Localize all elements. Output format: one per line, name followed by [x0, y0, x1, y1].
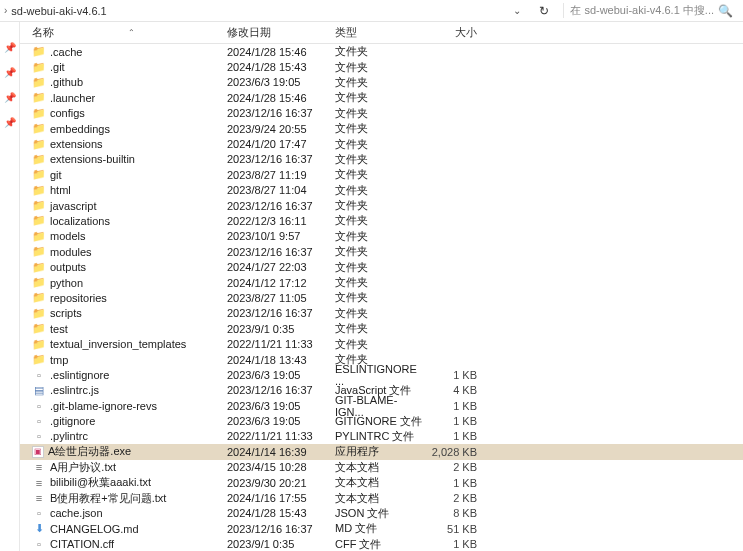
- pin-icon[interactable]: 📌: [4, 92, 16, 103]
- file-name: B使用教程+常见问题.txt: [50, 491, 166, 506]
- file-date: 2023/10/1 9:57: [227, 230, 335, 242]
- file-row[interactable]: 📁extensions-builtin2023/12/16 16:37文件夹: [20, 152, 743, 167]
- header-name[interactable]: 名称 ⌃: [32, 25, 227, 40]
- file-type: 文件夹: [335, 244, 423, 259]
- file-size: 1 KB: [423, 477, 483, 489]
- file-list: 名称 ⌃ 修改日期 类型 大小 📁.cache2024/1/28 15:46文件…: [20, 22, 743, 551]
- file-row[interactable]: 📁test2023/9/1 0:35文件夹: [20, 321, 743, 336]
- file-row[interactable]: ≡A用户协议.txt2023/4/15 10:28文本文档2 KB: [20, 460, 743, 475]
- file-type: 文件夹: [335, 337, 423, 352]
- file-type: 文件夹: [335, 44, 423, 59]
- file-type: 文件夹: [335, 198, 423, 213]
- header-type[interactable]: 类型: [335, 25, 423, 40]
- pin-icon[interactable]: 📌: [4, 117, 16, 128]
- folder-icon: 📁: [32, 277, 46, 289]
- file-row[interactable]: 📁.github2023/6/3 19:05文件夹: [20, 75, 743, 90]
- file-date: 2022/11/21 11:33: [227, 430, 335, 442]
- file-row[interactable]: ▫CITATION.cff2023/9/1 0:35CFF 文件1 KB: [20, 537, 743, 552]
- file-type: 文件夹: [335, 167, 423, 182]
- file-row[interactable]: 📁localizations2022/12/3 16:11文件夹: [20, 213, 743, 228]
- file-row[interactable]: ≡B使用教程+常见问题.txt2024/1/16 17:55文本文档2 KB: [20, 490, 743, 505]
- folder-icon: 📁: [32, 107, 46, 119]
- file-type: 文本文档: [335, 491, 423, 506]
- folder-icon: 📁: [32, 169, 46, 181]
- file-type: 文本文档: [335, 460, 423, 475]
- file-type: 文件夹: [335, 90, 423, 105]
- folder-icon: 📁: [32, 138, 46, 150]
- pin-icon[interactable]: 📌: [4, 42, 16, 53]
- file-date: 2024/1/14 16:39: [227, 446, 335, 458]
- file-name: extensions-builtin: [50, 153, 135, 165]
- file-date: 2023/12/16 16:37: [227, 107, 335, 119]
- file-type: PYLINTRC 文件: [335, 429, 423, 444]
- file-type: 文件夹: [335, 290, 423, 305]
- file-date: 2024/1/28 15:43: [227, 507, 335, 519]
- file-row[interactable]: ▫.git-blame-ignore-revs2023/6/3 19:05GIT…: [20, 398, 743, 413]
- file-type: 文件夹: [335, 152, 423, 167]
- header-date[interactable]: 修改日期: [227, 25, 335, 40]
- file-row[interactable]: ▫.pylintrc2022/11/21 11:33PYLINTRC 文件1 K…: [20, 429, 743, 444]
- path-breadcrumb[interactable]: › sd-webui-aki-v4.6.1: [4, 5, 509, 17]
- file-row[interactable]: 📁modules2023/12/16 16:37文件夹: [20, 244, 743, 259]
- file-name: extensions: [50, 138, 103, 150]
- file-row[interactable]: 📁.launcher2024/1/28 15:46文件夹: [20, 90, 743, 105]
- pin-icon[interactable]: 📌: [4, 67, 16, 78]
- md-icon: ⬇: [32, 523, 46, 535]
- file-type: 文件夹: [335, 183, 423, 198]
- file-row[interactable]: ⬇CHANGELOG.md2023/12/16 16:37MD 文件51 KB: [20, 521, 743, 536]
- file-row[interactable]: ▫.eslintignore2023/6/3 19:05ESLINTIGNORE…: [20, 367, 743, 382]
- file-row[interactable]: 📁.cache2024/1/28 15:46文件夹: [20, 44, 743, 59]
- file-date: 2023/12/16 16:37: [227, 307, 335, 319]
- file-row[interactable]: 📁configs2023/12/16 16:37文件夹: [20, 106, 743, 121]
- refresh-icon[interactable]: ↻: [533, 4, 555, 18]
- file-size: 1 KB: [423, 430, 483, 442]
- file-name: cache.json: [50, 507, 103, 519]
- file-name: .pylintrc: [50, 430, 88, 442]
- file-name: .git: [50, 61, 65, 73]
- sort-caret-icon: ⌃: [128, 28, 135, 37]
- folder-icon: 📁: [32, 307, 46, 319]
- address-toolbar: › sd-webui-aki-v4.6.1 ⌄ ↻ 在 sd-webui-aki…: [0, 0, 743, 22]
- txt-icon: ≡: [32, 492, 46, 504]
- folder-icon: 📁: [32, 123, 46, 135]
- file-name: modules: [50, 246, 92, 258]
- file-row[interactable]: 📁html2023/8/27 11:04文件夹: [20, 183, 743, 198]
- file-row[interactable]: 📁javascript2023/12/16 16:37文件夹: [20, 198, 743, 213]
- folder-icon: 📁: [32, 61, 46, 73]
- file-date: 2023/9/24 20:55: [227, 123, 335, 135]
- file-date: 2023/8/27 11:19: [227, 169, 335, 181]
- file-row[interactable]: 📁models2023/10/1 9:57文件夹: [20, 229, 743, 244]
- folder-icon: 📁: [32, 200, 46, 212]
- file-date: 2023/8/27 11:05: [227, 292, 335, 304]
- file-row[interactable]: 📁repositories2023/8/27 11:05文件夹: [20, 290, 743, 305]
- file-date: 2023/6/3 19:05: [227, 400, 335, 412]
- file-row[interactable]: ▣A绘世启动器.exe2024/1/14 16:39应用程序2,028 KB: [20, 444, 743, 459]
- file-date: 2023/12/16 16:37: [227, 153, 335, 165]
- file-row[interactable]: 📁git2023/8/27 11:19文件夹: [20, 167, 743, 182]
- file-row[interactable]: 📁python2024/1/12 17:12文件夹: [20, 275, 743, 290]
- file-name: .eslintignore: [50, 369, 109, 381]
- file-row[interactable]: ▫cache.json2024/1/28 15:43JSON 文件8 KB: [20, 506, 743, 521]
- file-row[interactable]: ≡bilibili@秋葉aaaki.txt2023/9/30 20:21文本文档…: [20, 475, 743, 490]
- file-date: 2024/1/28 15:43: [227, 61, 335, 73]
- file-date: 2023/9/1 0:35: [227, 538, 335, 550]
- file-row[interactable]: 📁embeddings2023/9/24 20:55文件夹: [20, 121, 743, 136]
- file-type: GITIGNORE 文件: [335, 414, 423, 429]
- folder-icon: 📁: [32, 261, 46, 273]
- file-row[interactable]: 📁scripts2023/12/16 16:37文件夹: [20, 306, 743, 321]
- dropdown-caret-icon[interactable]: ⌄: [509, 5, 525, 16]
- file-date: 2023/9/30 20:21: [227, 477, 335, 489]
- search-box[interactable]: 在 sd-webui-aki-v4.6.1 中搜... 🔍: [563, 3, 739, 18]
- file-row[interactable]: 📁outputs2024/1/27 22:03文件夹: [20, 259, 743, 274]
- header-size[interactable]: 大小: [423, 25, 483, 40]
- file-row[interactable]: 📁textual_inversion_templates2022/11/21 1…: [20, 336, 743, 351]
- path-segment[interactable]: sd-webui-aki-v4.6.1: [11, 5, 106, 17]
- file-row[interactable]: 📁.git2024/1/28 15:43文件夹: [20, 59, 743, 74]
- folder-icon: 📁: [32, 46, 46, 58]
- file-row[interactable]: ▫.gitignore2023/6/3 19:05GITIGNORE 文件1 K…: [20, 413, 743, 428]
- file-row[interactable]: 📁extensions2024/1/20 17:47文件夹: [20, 136, 743, 151]
- file-name: test: [50, 323, 68, 335]
- js-icon: ▤: [32, 384, 46, 396]
- column-headers: 名称 ⌃ 修改日期 类型 大小: [20, 22, 743, 44]
- search-icon[interactable]: 🔍: [718, 4, 733, 18]
